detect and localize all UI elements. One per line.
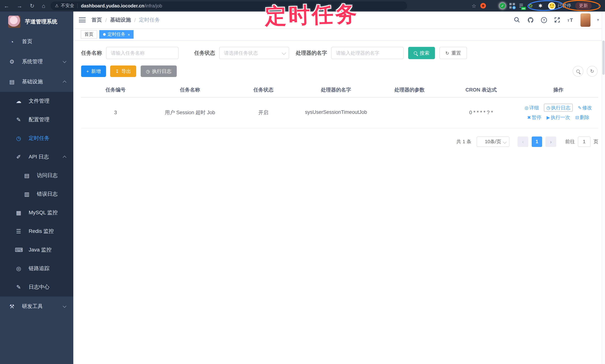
- monitor-icon: ▤: [8, 78, 16, 85]
- detail-link[interactable]: ◎详细: [525, 105, 539, 110]
- sidebar-item-redis-monitor[interactable]: ☰ Redis 监控: [0, 222, 73, 241]
- browser-menu-icon[interactable]: ⋮: [596, 3, 601, 9]
- pause-link[interactable]: ✖暂停: [527, 114, 541, 120]
- extensions-puzzle-icon[interactable]: ✱: [539, 3, 544, 9]
- forward-icon[interactable]: →: [17, 3, 22, 9]
- chevron-down-icon: [63, 59, 66, 63]
- col-handler-name: 处理器的名字: [297, 83, 375, 97]
- breadcrumb-infra[interactable]: 基础设施: [110, 16, 131, 23]
- cell-cron: 0 * * * * ? *: [444, 97, 518, 128]
- collapse-sidebar-icon[interactable]: [79, 17, 86, 22]
- extension-orange-icon[interactable]: [480, 3, 486, 9]
- col-handler-param: 处理器的参数: [375, 83, 444, 97]
- sidebar-item-mysql-monitor[interactable]: ▦ MySQL 监控: [0, 204, 73, 222]
- extension-grid-icon[interactable]: ⚙: [509, 3, 515, 9]
- toggle-search-button[interactable]: [573, 66, 583, 77]
- table-toolbar: + 新增 ↧ 导出 ◷ 执行日志 ↻: [81, 65, 598, 77]
- prev-page-button[interactable]: ‹: [518, 136, 528, 147]
- sidebar-item-dev-tools[interactable]: ⚒ 研发工具: [0, 297, 73, 317]
- modify-link[interactable]: ✎修改: [578, 105, 592, 110]
- active-dot: [103, 33, 106, 36]
- row-exec-log-link[interactable]: ◷执行日志: [544, 104, 573, 111]
- sidebar-item-system[interactable]: ⚙ 系统管理: [0, 52, 73, 72]
- extension-plant-icon[interactable]: ✿: [529, 3, 534, 9]
- reset-button[interactable]: ↻ 重置: [439, 47, 467, 59]
- x-icon: ✖: [527, 115, 531, 120]
- fullscreen-icon[interactable]: [554, 16, 561, 24]
- job-status-select[interactable]: [219, 47, 289, 59]
- tag-scheduled-jobs[interactable]: 定时任务 ×: [99, 30, 134, 39]
- refresh-icon: ↻: [445, 51, 449, 56]
- exec-log-button[interactable]: ◷ 执行日志: [141, 65, 177, 77]
- sidebar-item-infra[interactable]: ▤ 基础设施: [0, 72, 73, 92]
- sidebar-item-config-manage[interactable]: ✎ 配置管理: [0, 110, 73, 129]
- export-button[interactable]: ↧ 导出: [110, 65, 136, 77]
- sidebar-item-scheduled-jobs[interactable]: ◷ 定时任务: [0, 129, 73, 148]
- github-icon[interactable]: [527, 16, 534, 24]
- scrollbar-thumb[interactable]: [602, 40, 605, 75]
- current-page[interactable]: 1: [532, 136, 542, 147]
- bookmark-star-icon[interactable]: ☆: [472, 3, 476, 9]
- total-count: 共 1 条: [456, 138, 472, 145]
- sidebar-item-error-log[interactable]: ▥ 错误日志: [0, 185, 73, 204]
- sidebar-item-label: 日志中心: [29, 284, 50, 290]
- tag-label: 定时任务: [107, 31, 125, 38]
- search-icon: [414, 51, 417, 55]
- font-size-icon[interactable]: TT: [567, 16, 574, 24]
- refresh-button[interactable]: ↻: [587, 66, 598, 77]
- user-avatar[interactable]: [581, 13, 591, 26]
- help-icon[interactable]: ?: [540, 16, 548, 24]
- tag-home[interactable]: 首页: [81, 30, 97, 39]
- close-icon[interactable]: ×: [128, 32, 130, 37]
- dashboard-icon: ◔: [8, 39, 16, 45]
- emoji-avatar-icon: [548, 2, 555, 10]
- search-button[interactable]: 搜索: [408, 47, 435, 59]
- extension-list-icon[interactable]: ☰on: [519, 3, 525, 9]
- run-once-link[interactable]: ▶执行一次: [547, 114, 570, 120]
- sidebar-item-file-manage[interactable]: ☁ 文件管理: [0, 92, 73, 110]
- back-icon[interactable]: ←: [4, 3, 9, 9]
- next-page-button[interactable]: ›: [545, 136, 556, 147]
- timer-icon: ◷: [15, 135, 22, 142]
- clock-icon: ◷: [146, 69, 150, 74]
- page-scrollbar[interactable]: [602, 12, 605, 364]
- jobs-table: 任务编号 任务名称 任务状态 处理器的名字 处理器的参数 CRON 表达式 操作…: [81, 83, 598, 128]
- toolbox-icon: ⚒: [8, 303, 16, 310]
- sidebar-item-api-log[interactable]: ✐ API 日志: [0, 148, 73, 166]
- goto-page-input[interactable]: [578, 136, 591, 147]
- app-logo-row[interactable]: 芋道管理系统: [0, 12, 73, 32]
- sidebar-item-label: 定时任务: [29, 135, 50, 142]
- delete-link[interactable]: ⊟删除: [575, 114, 589, 120]
- paused-label: 已暂停: [558, 3, 571, 9]
- add-button[interactable]: + 新增: [81, 65, 106, 77]
- cell-handler-param: [375, 97, 444, 128]
- document-icon: ▤: [23, 172, 30, 179]
- home-icon[interactable]: ⌂: [42, 3, 45, 9]
- eye-icon: ◎: [525, 105, 528, 110]
- profile-paused-chip[interactable]: 已暂停: [548, 2, 571, 10]
- sidebar-item-log-center[interactable]: ✎ 日志中心: [0, 278, 73, 297]
- table-tools: ↻: [573, 66, 598, 77]
- handler-name-input[interactable]: [331, 47, 404, 59]
- search-icon: [576, 70, 580, 73]
- sidebar-item-label: 系统管理: [22, 58, 43, 65]
- extension-check-icon[interactable]: ✓: [500, 3, 505, 9]
- log-icon: ✐: [15, 154, 22, 160]
- search-icon[interactable]: [514, 16, 521, 24]
- sidebar-item-home[interactable]: ◔ 首页: [0, 32, 73, 52]
- page-size-select[interactable]: 10条/页: [477, 136, 509, 147]
- address-bar[interactable]: ⚠ 不安全 dashboard.yudao.iocoder.cn /infra/…: [51, 1, 407, 10]
- sidebar-item-java-monitor[interactable]: ⌨ Java 监控: [0, 241, 73, 259]
- breadcrumb-home[interactable]: 首页: [92, 16, 102, 23]
- chrome-update-button[interactable]: 更新: [575, 2, 592, 10]
- sidebar-item-access-log[interactable]: ▤ 访问日志: [0, 166, 73, 185]
- reload-icon[interactable]: ↻: [30, 2, 34, 9]
- job-status-select-input[interactable]: [219, 47, 289, 59]
- security-label[interactable]: 不安全: [61, 3, 74, 9]
- job-name-input[interactable]: [106, 47, 179, 59]
- sidebar-item-trace[interactable]: ◎ 链路追踪: [0, 259, 73, 278]
- extension-pin-icon[interactable]: [490, 3, 496, 9]
- user-menu-caret-icon[interactable]: ▾: [597, 17, 599, 22]
- layers-icon: ☰: [15, 228, 22, 235]
- browser-nav: ← → ↻ ⌂: [4, 2, 45, 9]
